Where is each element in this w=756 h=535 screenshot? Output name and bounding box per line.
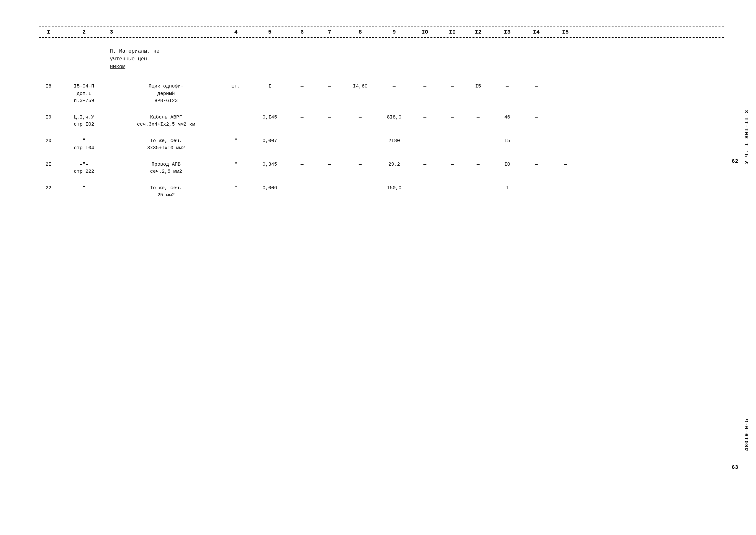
col-header-3: 3 [110, 29, 220, 35]
row-c11: — [439, 185, 465, 192]
row-c10: — [410, 185, 439, 192]
col-header-4: 4 [220, 29, 252, 35]
row-c11: — [439, 138, 465, 145]
row-description: Ящик однофи- дерный ЯРВ-6I23 [110, 83, 220, 105]
table-row: I9 Ц.I,ч.У стр.I02 Кабель АВРГ сеч.3х4+I… [39, 108, 724, 132]
row-c11: — [439, 83, 465, 90]
page-number-right-bottom: 63 [732, 464, 738, 470]
col-header-15: I5 [549, 29, 582, 35]
col-header-13: I3 [491, 29, 523, 35]
table-row: 2I –"– стр.222 Провод АПВ сеч.2,5 мм2 " … [39, 155, 724, 179]
row-c8: — [342, 161, 378, 169]
section-header: П. Материалы, не учтенные цен- ником [39, 38, 724, 77]
row-c7: — [317, 83, 342, 90]
row-ref: –"– стр.I04 [58, 138, 110, 152]
col-header-7: 7 [317, 29, 342, 35]
row-c7: — [317, 185, 342, 192]
section-title: П. Материалы, не учтенные цен- ником [110, 47, 220, 71]
row-c12: — [465, 138, 491, 145]
row-c11: — [439, 161, 465, 169]
row-number: 20 [39, 138, 58, 145]
row-c13: — [491, 83, 523, 90]
row-unit: " [220, 138, 252, 145]
row-qty: I [252, 83, 288, 90]
row-ref: Ц.I,ч.У стр.I02 [58, 114, 110, 128]
row-c13: I5 [491, 138, 523, 145]
row-c8: — [342, 114, 378, 122]
row-c11: — [439, 114, 465, 122]
row-c7: — [317, 114, 342, 122]
row-c10: — [410, 138, 439, 145]
row-c12: — [465, 161, 491, 169]
row-unit: " [220, 185, 252, 192]
page-container: I 2 3 4 5 6 7 8 9 IO II I2 I3 I4 I5 П. М… [0, 0, 756, 535]
col-header-6: 6 [288, 29, 317, 35]
row-qty: 0,I45 [252, 114, 288, 122]
row-c6: — [288, 83, 317, 90]
row-number: I9 [39, 114, 58, 122]
row-c15: — [549, 138, 582, 145]
row-ref: –"– [58, 185, 110, 192]
row-c14: — [523, 185, 549, 192]
row-number: 2I [39, 161, 58, 169]
row-c14: — [523, 161, 549, 169]
row-c10: — [410, 83, 439, 90]
row-c14: — [523, 114, 549, 122]
col-header-10: IO [410, 29, 439, 35]
row-c9: 8I8,0 [378, 114, 410, 122]
row-c15: — [549, 185, 582, 192]
col-header-9: 9 [378, 29, 410, 35]
row-ref: –"– стр.222 [58, 161, 110, 176]
row-description: То же, сеч. 3х35+IхI0 мм2 [110, 138, 220, 152]
section-indent [39, 47, 110, 71]
column-header-row: I 2 3 4 5 6 7 8 9 IO II I2 I3 I4 I5 [39, 26, 724, 38]
row-c13: I [491, 185, 523, 192]
row-c15: — [549, 161, 582, 169]
col-header-1: I [39, 29, 58, 35]
col-header-12: I2 [465, 29, 491, 35]
row-c14: — [523, 138, 549, 145]
row-c9: I50,0 [378, 185, 410, 192]
row-description: То же, сеч. 25 мм2 [110, 185, 220, 199]
right-label-top: У ч. I 80I-II-3 [744, 110, 750, 164]
row-c6: — [288, 185, 317, 192]
row-unit: шт. [220, 83, 252, 90]
row-c9: 2I80 [378, 138, 410, 145]
row-description: Кабель АВРГ сеч.3х4+Iх2,5 мм2 км [110, 114, 220, 128]
row-qty: 0,006 [252, 185, 288, 192]
col-header-5: 5 [252, 29, 288, 35]
row-c6: — [288, 138, 317, 145]
row-ref: I5-04-П доп.I п.З-759 [58, 83, 110, 105]
row-c12: I5 [465, 83, 491, 90]
row-c12: — [465, 114, 491, 122]
row-c12: — [465, 185, 491, 192]
row-c6: — [288, 161, 317, 169]
row-c14: — [523, 83, 549, 90]
row-qty: 0,345 [252, 161, 288, 169]
col-header-14: I4 [523, 29, 549, 35]
right-label-bottom: 480I9-0·5 [744, 418, 750, 451]
row-c7: — [317, 138, 342, 145]
row-c9: 29,2 [378, 161, 410, 169]
row-c9: — [378, 83, 410, 90]
row-c8: I4,60 [342, 83, 378, 90]
row-number: 22 [39, 185, 58, 192]
row-number: I8 [39, 83, 58, 90]
row-qty: 0,007 [252, 138, 288, 145]
col-header-8: 8 [342, 29, 378, 35]
table-row: 22 –"– То же, сеч. 25 мм2 " 0,006 — — — … [39, 179, 724, 203]
row-c6: — [288, 114, 317, 122]
row-unit: " [220, 161, 252, 169]
table-row: 20 –"– стр.I04 То же, сеч. 3х35+IхI0 мм2… [39, 132, 724, 155]
row-c13: 46 [491, 114, 523, 122]
row-c10: — [410, 161, 439, 169]
row-c13: I0 [491, 161, 523, 169]
row-c8: — [342, 138, 378, 145]
table-row: I8 I5-04-П доп.I п.З-759 Ящик однофи- де… [39, 77, 724, 108]
col-header-11: II [439, 29, 465, 35]
page-number-right-top: 62 [732, 158, 738, 164]
row-c8: — [342, 185, 378, 192]
row-description: Провод АПВ сеч.2,5 мм2 [110, 161, 220, 176]
row-c10: — [410, 114, 439, 122]
col-header-2: 2 [58, 29, 110, 35]
